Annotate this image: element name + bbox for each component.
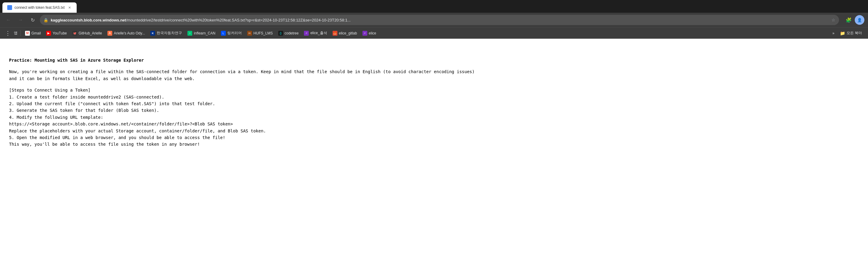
elice-outlet-label: elice_출석	[310, 30, 327, 36]
reload-button[interactable]: ↻	[28, 15, 37, 25]
bookmark-arielle-auto[interactable]: A Arielle's Auto Ody...	[105, 30, 147, 37]
hufs-lms-label: HUFS_LMS	[253, 31, 273, 35]
active-tab[interactable]: connect with token feat.SAS.txt ✕	[2, 2, 77, 13]
bookmark-ringle[interactable]: L 링커리어	[218, 29, 244, 37]
inflearn-favicon: I	[187, 31, 192, 36]
step-2: 2. Upload the current file ("connect wit…	[9, 100, 859, 107]
bookmark-youtube[interactable]: ▶ YouTube	[44, 30, 69, 37]
back-button[interactable]: ←	[4, 15, 13, 25]
arielle-auto-label: Arielle's Auto Ody...	[114, 31, 145, 35]
elice-label: elice	[369, 31, 376, 35]
youtube-label: YouTube	[53, 31, 67, 35]
bookmark-elice[interactable]: // elice	[360, 30, 379, 37]
bookmarks-bar: ⋮ 앱 M Gmail ▶ YouTube 🐙 GitHub_Arielle A…	[0, 27, 868, 39]
inflearn-label: inflearn_CAN	[194, 31, 215, 35]
star-icon[interactable]: ☆	[832, 18, 835, 22]
extensions-button[interactable]: 🧩	[844, 15, 854, 25]
step-3: 3. Generate the SAS token for that folde…	[9, 107, 859, 114]
more-bookmarks: » 📁 모든 북마	[830, 29, 864, 37]
browser-chrome: connect with token feat.SAS.txt ✕ ← → ↻ …	[0, 0, 868, 39]
step-5: 5. Open the modified URL in a web browse…	[9, 134, 859, 141]
tab-title: connect with token feat.SAS.txt	[14, 5, 65, 10]
gmail-favicon: M	[25, 31, 30, 36]
ringle-favicon: L	[221, 31, 226, 36]
step-4: 4. Modify the following URL template:	[9, 114, 859, 121]
elice-outlet-favicon: //	[304, 31, 309, 36]
forward-button[interactable]: →	[16, 15, 25, 25]
address-text: kaggleaccountsh.blob.core.windows.net/mo…	[51, 18, 829, 22]
hyundai-favicon: K	[150, 31, 155, 36]
folder-icon: 📁	[840, 31, 845, 36]
address-bar-row: ← → ↻ 🔒 kaggleaccountsh.blob.core.window…	[0, 13, 868, 27]
address-path: /mounteddrive2/testdrive/connect%20with%…	[126, 18, 351, 22]
tab-close-button[interactable]: ✕	[67, 5, 72, 10]
step-1: 1. Create a test folder inside mounteddr…	[9, 94, 859, 100]
arielle-auto-favicon: A	[107, 31, 112, 36]
content-paragraph: Now, you're working on creating a file w…	[9, 68, 859, 82]
elice-favicon: //	[363, 31, 367, 36]
bookmark-elice-outlet[interactable]: // elice_출석	[302, 29, 329, 37]
bookmark-hyundai[interactable]: K 한국자동차연구	[148, 29, 184, 37]
bookmark-elice-gitlab[interactable]: 🦊 elice_gitlab	[330, 30, 360, 37]
codetree-label: codetree	[285, 31, 299, 35]
elice-gitlab-label: elice_gitlab	[339, 31, 357, 35]
step-4-url: https://<Storage account>.blob.core.wind…	[9, 121, 859, 127]
bookmark-codetree[interactable]: {} codetree	[276, 30, 301, 37]
step-conclusion: This way, you'll be able to access the f…	[9, 141, 859, 147]
tab-favicon	[7, 5, 12, 10]
bookmark-inflearn[interactable]: I inflearn_CAN	[185, 30, 218, 37]
more-bookmarks-button[interactable]: »	[830, 30, 837, 36]
hyundai-label: 한국자동차연구	[157, 30, 182, 36]
page-content: Practice: Mounting with SAS in Azure Sto…	[0, 39, 868, 279]
profile-button[interactable]: 👤	[855, 15, 864, 25]
tab-bar: connect with token feat.SAS.txt ✕	[0, 0, 868, 13]
bookmark-folder-all[interactable]: 📁 모든 북마	[838, 29, 864, 37]
apps-label: 앱	[13, 30, 19, 36]
youtube-favicon: ▶	[46, 31, 51, 36]
github-arielle-favicon: 🐙	[72, 31, 77, 36]
address-domain: kaggleaccountsh.blob.core.windows.net	[51, 18, 126, 22]
step-4-replace: Replace the placeholders with your actua…	[9, 128, 859, 134]
content-steps-section: [Steps to Connect Using a Token] 1. Crea…	[9, 87, 859, 148]
browser-actions: 🧩 👤	[844, 15, 864, 25]
bookmark-gmail[interactable]: M Gmail	[23, 30, 43, 37]
lock-icon: 🔒	[43, 18, 48, 22]
gmail-label: Gmail	[31, 31, 41, 35]
bookmark-github-arielle[interactable]: 🐙 GitHub_Arielle	[70, 30, 104, 37]
address-bar[interactable]: 🔒 kaggleaccountsh.blob.core.windows.net/…	[40, 15, 839, 25]
steps-header: [Steps to Connect Using a Token]	[9, 87, 859, 93]
github-arielle-label: GitHub_Arielle	[79, 31, 102, 35]
folder-label: 모든 북마	[846, 30, 862, 36]
hufs-lms-favicon: H	[247, 31, 252, 36]
apps-grid-icon[interactable]: ⋮	[4, 29, 12, 37]
bookmark-separator	[21, 30, 21, 36]
content-title: Practice: Mounting with SAS in Azure Sto…	[9, 57, 859, 63]
ringle-label: 링커리어	[227, 30, 242, 36]
elice-gitlab-favicon: 🦊	[333, 31, 337, 36]
codetree-favicon: {}	[278, 31, 283, 36]
bookmark-hufs-lms[interactable]: H HUFS_LMS	[245, 30, 275, 37]
